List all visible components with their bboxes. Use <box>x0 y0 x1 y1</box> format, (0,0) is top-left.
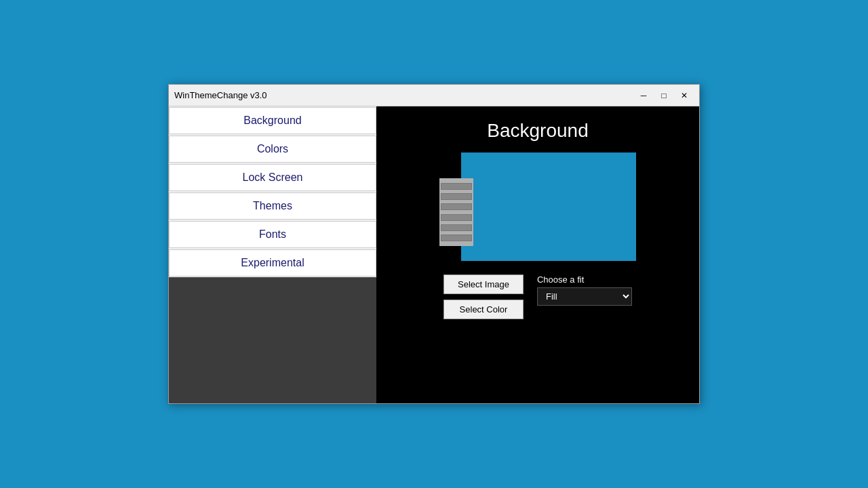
fit-selector-group: Choose a fit Fill Fit Stretch Tile Cente… <box>537 274 632 306</box>
sidebar-item-lock-screen[interactable]: Lock Screen <box>169 164 376 191</box>
title-bar: WinThemeChange v3.0 ─ □ ✕ <box>169 85 699 106</box>
sidebar-item-colors[interactable]: Colors <box>169 136 376 163</box>
film-hole-6 <box>441 235 472 241</box>
window-title: WinThemeChange v3.0 <box>174 90 267 100</box>
choose-fit-label: Choose a fit <box>537 274 632 285</box>
film-hole-2 <box>441 193 472 200</box>
sidebar-bottom-area <box>169 277 376 403</box>
film-hole-4 <box>441 214 472 221</box>
sidebar-item-experimental[interactable]: Experimental <box>169 249 376 277</box>
minimize-button[interactable]: ─ <box>634 88 653 103</box>
select-color-button[interactable]: Select Color <box>443 300 524 319</box>
main-content-area: Background Select Image Select Color <box>376 106 699 403</box>
window-controls: ─ □ ✕ <box>634 88 694 103</box>
window-body: Background Colors Lock Screen Themes Fon… <box>169 106 699 403</box>
background-preview <box>439 152 636 261</box>
sidebar-item-fonts[interactable]: Fonts <box>169 221 376 248</box>
maximize-button[interactable]: □ <box>654 88 673 103</box>
close-button[interactable]: ✕ <box>675 88 694 103</box>
sidebar-item-themes[interactable]: Themes <box>169 192 376 220</box>
film-hole-3 <box>441 203 472 210</box>
film-hole-5 <box>441 224 472 231</box>
fit-dropdown[interactable]: Fill Fit Stretch Tile Center Span <box>537 287 632 306</box>
sidebar-item-background[interactable]: Background <box>169 107 376 134</box>
sidebar: Background Colors Lock Screen Themes Fon… <box>169 106 376 403</box>
preview-blue-bg <box>461 152 636 261</box>
action-buttons: Select Image Select Color <box>443 274 524 319</box>
filmstrip-icon <box>439 178 473 246</box>
film-hole-1 <box>441 183 472 190</box>
select-image-button[interactable]: Select Image <box>443 274 524 294</box>
controls-row: Select Image Select Color Choose a fit F… <box>390 274 686 319</box>
app-window: WinThemeChange v3.0 ─ □ ✕ Background Col… <box>168 84 700 404</box>
section-title: Background <box>487 120 588 142</box>
